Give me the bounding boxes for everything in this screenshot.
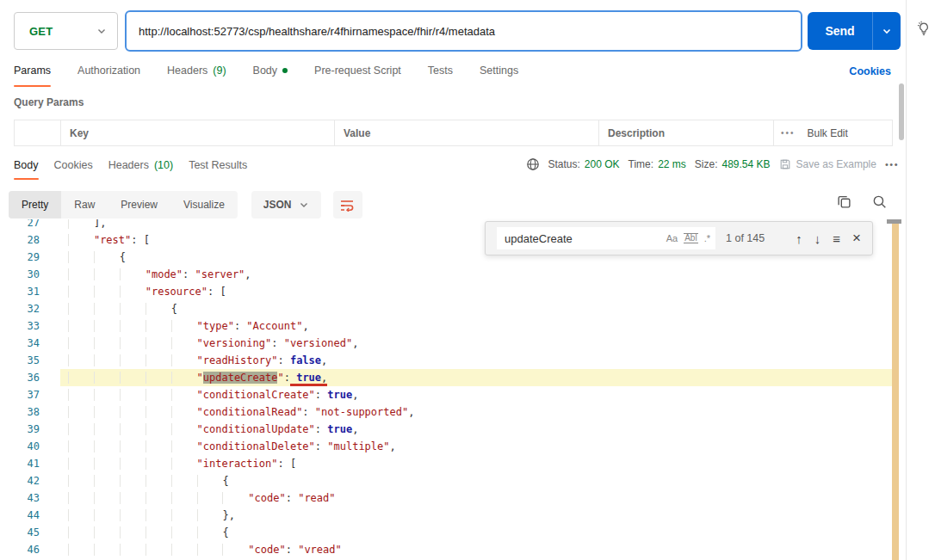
page-scrollbar-thumb[interactable] xyxy=(899,83,904,140)
code-line: 37 "conditionalCreate": true, xyxy=(0,386,892,403)
overview-ruler xyxy=(892,219,899,560)
code-line: 40 "conditionalDelete": "multiple", xyxy=(0,438,892,455)
code-line: 30 "mode": "server", xyxy=(0,266,892,283)
find-input[interactable] xyxy=(505,232,660,245)
send-label[interactable]: Send xyxy=(808,12,872,50)
code-line: 43 "code": "read" xyxy=(0,489,892,507)
format-label: JSON xyxy=(263,199,292,211)
close-icon[interactable]: × xyxy=(852,230,861,247)
key-column-header: Key xyxy=(61,120,335,145)
code-line: 36 "updateCreate": true, xyxy=(0,369,892,386)
bulk-edit-button[interactable]: Bulk Edit xyxy=(808,127,848,139)
app-window: GET Send Params Authorization Headers(9)… xyxy=(0,0,935,560)
chevron-down-icon xyxy=(882,26,892,36)
size-value: 489.54 KB xyxy=(722,158,771,170)
query-params-table: Key Value Description ••• Bulk Edit xyxy=(14,120,893,146)
lightbulb-icon xyxy=(915,20,932,37)
select-column xyxy=(15,120,61,145)
tab-authorization[interactable]: Authorization xyxy=(77,62,140,87)
body-modified-dot xyxy=(282,68,288,73)
description-column-header: Description xyxy=(599,120,774,145)
tab-settings[interactable]: Settings xyxy=(480,62,518,87)
find-input-wrap: Aa Abl .* xyxy=(497,227,715,249)
headers-count: (9) xyxy=(213,65,226,77)
view-tab-preview[interactable]: Preview xyxy=(108,191,170,218)
code-line: 35 "readHistory": false, xyxy=(0,352,892,369)
status-label: Status: xyxy=(548,158,580,170)
response-tab-body[interactable]: Body xyxy=(14,157,39,180)
right-sidebar xyxy=(907,0,935,560)
word-wrap-button[interactable] xyxy=(333,191,362,218)
request-tabs: Params Authorization Headers(9) Body Pre… xyxy=(14,62,518,87)
response-tab-cookies[interactable]: Cookies xyxy=(54,157,93,180)
response-tab-headers[interactable]: Headers(10) xyxy=(108,157,173,180)
time-label: Time: xyxy=(628,158,654,170)
cookies-link[interactable]: Cookies xyxy=(849,65,891,77)
code-line: 38 "conditionalRead": "not-supported", xyxy=(0,403,892,421)
format-dropdown[interactable]: JSON xyxy=(251,191,321,218)
code-line: 33 "type": "Account", xyxy=(0,317,892,335)
tab-body[interactable]: Body xyxy=(253,62,288,87)
tab-params[interactable]: Params xyxy=(14,62,51,87)
params-actions: ••• Bulk Edit xyxy=(774,120,892,145)
copy-icon xyxy=(837,194,851,209)
value-column-header: Value xyxy=(335,120,599,145)
status-value: 200 OK xyxy=(585,158,620,170)
send-options-button[interactable] xyxy=(872,12,901,50)
find-widget: Aa Abl .* 1 of 145 ↑ ↓ ≡ × xyxy=(485,221,873,255)
tab-headers[interactable]: Headers(9) xyxy=(167,62,226,87)
response-tab-test-results[interactable]: Test Results xyxy=(189,157,247,180)
chevron-down-icon xyxy=(96,26,107,36)
code-line: 44 }, xyxy=(0,507,892,524)
whole-word-icon[interactable]: Abl xyxy=(684,233,697,243)
code-line: 46 "code": "vread" xyxy=(0,541,892,558)
code-lines: 27 ],28 "rest": [29 {30 "mode": "server"… xyxy=(0,219,892,558)
response-tabs: Body Cookies Headers(10) Test Results xyxy=(14,157,247,180)
code-line: 32 { xyxy=(0,300,892,317)
tab-tests[interactable]: Tests xyxy=(428,62,453,87)
code-line: 34 "versioning": "versioned", xyxy=(0,335,892,352)
find-next-icon[interactable]: ↓ xyxy=(814,231,821,246)
code-line: 42 { xyxy=(0,472,892,489)
search-icon xyxy=(872,194,887,209)
copy-button[interactable] xyxy=(837,194,851,209)
view-mode-switcher: Pretty Raw Preview Visualize xyxy=(9,191,238,218)
method-dropdown[interactable]: GET xyxy=(14,12,118,50)
response-meta: Status: 200 OK Time: 22 ms Size: 489.54 … xyxy=(526,157,900,171)
chevron-down-icon xyxy=(299,200,309,210)
view-tab-pretty[interactable]: Pretty xyxy=(9,191,61,218)
search-button[interactable] xyxy=(872,194,887,209)
method-label: GET xyxy=(29,25,53,38)
response-view-bar: Pretty Raw Preview Visualize JSON xyxy=(9,191,362,218)
find-results-count: 1 of 145 xyxy=(726,232,765,244)
tab-pre-request-script[interactable]: Pre-request Script xyxy=(314,62,401,87)
code-line: 45 { xyxy=(0,524,892,541)
save-as-example-button[interactable]: Save as Example xyxy=(779,158,876,170)
send-button[interactable]: Send xyxy=(808,12,901,50)
query-params-title: Query Params xyxy=(14,96,84,108)
code-line: 31 "resource": [ xyxy=(0,283,892,300)
size-label: Size: xyxy=(695,158,718,170)
time-value: 22 ms xyxy=(658,158,686,170)
code-line: 39 "conditionalUpdate": true, xyxy=(0,421,892,438)
globe-icon[interactable] xyxy=(526,157,540,171)
code-line: 41 "interaction": [ xyxy=(0,455,892,472)
response-tools xyxy=(837,194,887,209)
more-options-icon[interactable]: ••• xyxy=(781,128,796,138)
editor-scrollbar-thumb[interactable] xyxy=(887,219,901,224)
regex-icon[interactable]: .* xyxy=(704,234,710,243)
more-options-icon[interactable]: ••• xyxy=(885,159,899,169)
find-prev-icon[interactable]: ↑ xyxy=(796,231,802,246)
bootcamp-button[interactable] xyxy=(914,19,933,38)
url-input[interactable] xyxy=(125,10,802,52)
response-body-editor[interactable]: 27 ],28 "rest": [29 {30 "mode": "server"… xyxy=(0,219,892,560)
find-nav: ↑ ↓ ≡ × xyxy=(796,230,861,247)
view-tab-visualize[interactable]: Visualize xyxy=(170,191,238,218)
match-case-icon[interactable]: Aa xyxy=(666,234,678,243)
view-tab-raw[interactable]: Raw xyxy=(61,191,108,218)
response-headers-count: (10) xyxy=(154,159,173,171)
save-icon xyxy=(779,158,791,170)
word-wrap-icon xyxy=(340,199,355,212)
find-in-selection-icon[interactable]: ≡ xyxy=(833,231,840,246)
